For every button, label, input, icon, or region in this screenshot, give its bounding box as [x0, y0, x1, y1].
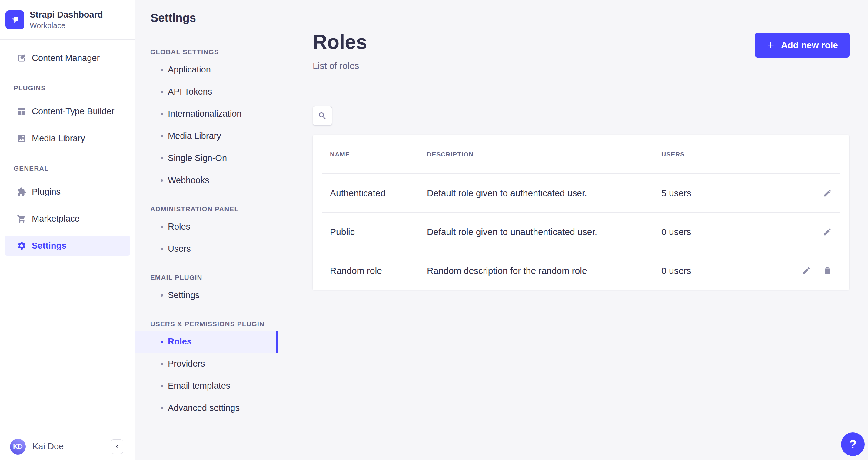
role-users-count: 0 users: [661, 266, 802, 276]
role-description: Default role given to authenticated user…: [427, 188, 661, 198]
sidebar-footer: KD Kai Doe: [0, 433, 135, 460]
settings-item-application[interactable]: Application: [135, 59, 278, 81]
collapse-sidebar-button[interactable]: [111, 439, 123, 454]
role-description: Default role given to unauthenticated us…: [427, 227, 661, 237]
page-title: Roles: [313, 30, 367, 53]
sidebar-item-label: Settings: [32, 241, 66, 251]
role-name: Authenticated: [330, 188, 427, 198]
bullet-icon: [161, 294, 163, 296]
sidebar-item-label: Media Library: [32, 134, 85, 143]
column-header-users: USERS: [661, 151, 832, 158]
sidebar-item-plugins[interactable]: Plugins: [4, 182, 130, 202]
column-header-name: NAME: [330, 151, 427, 158]
nav-section-general: GENERAL: [13, 165, 135, 173]
bullet-icon: [161, 385, 163, 387]
row-actions: [823, 227, 832, 236]
settings-item-label: Users: [168, 244, 191, 254]
question-mark-icon: ?: [849, 437, 857, 451]
search-button[interactable]: [313, 106, 332, 125]
edit-icon[interactable]: [823, 227, 832, 236]
table-row[interactable]: Public Default role given to unauthentic…: [322, 212, 840, 251]
settings-item-label: Internationalization: [168, 109, 242, 119]
table-row[interactable]: Authenticated Default role given to auth…: [322, 173, 840, 212]
layout-grid-icon: [17, 107, 26, 116]
settings-item-label: Advanced settings: [168, 403, 240, 413]
feather-pen-icon: [17, 53, 26, 63]
avatar[interactable]: KD: [10, 439, 26, 455]
sidebar-item-label: Content-Type Builder: [32, 107, 114, 116]
settings-item-label: Webhooks: [168, 175, 209, 185]
bullet-icon: [161, 113, 163, 115]
section-administration-panel: ADMINISTRATION PANEL: [150, 205, 278, 213]
settings-item-email-templates[interactable]: Email templates: [135, 375, 278, 397]
bullet-icon: [161, 248, 163, 250]
brand-text: Strapi Dashboard Workplace: [30, 9, 103, 30]
section-users-permissions-plugin: USERS & PERMISSIONS PLUGIN: [150, 320, 278, 328]
settings-nav-title: Settings: [151, 11, 278, 25]
roles-table-card: NAME DESCRIPTION USERS Authenticated Def…: [313, 135, 849, 290]
settings-item-admin-roles[interactable]: Roles: [135, 215, 278, 238]
table-row[interactable]: Random role Random description for the r…: [322, 251, 840, 290]
section-email-plugin: EMAIL PLUGIN: [150, 274, 278, 282]
delete-icon[interactable]: [823, 266, 832, 275]
sidebar-item-marketplace[interactable]: Marketplace: [4, 209, 130, 229]
row-actions: [823, 189, 832, 198]
section-global-settings: GLOBAL SETTINGS: [150, 48, 278, 56]
bullet-icon: [161, 68, 163, 71]
main-sidebar: Strapi Dashboard Workplace Content Manag…: [0, 0, 135, 460]
column-header-description: DESCRIPTION: [427, 151, 661, 158]
sidebar-item-settings[interactable]: Settings: [4, 236, 130, 256]
settings-item-webhooks[interactable]: Webhooks: [135, 169, 278, 191]
nav-section-plugins: PLUGINS: [13, 84, 135, 92]
chevron-left-icon: [114, 443, 120, 450]
sidebar-item-label: Content Manager: [32, 53, 100, 63]
sidebar-item-content-manager[interactable]: Content Manager: [4, 48, 130, 68]
settings-item-single-sign-on[interactable]: Single Sign-On: [135, 147, 278, 169]
settings-item-advanced-settings[interactable]: Advanced settings: [135, 397, 278, 419]
add-new-role-button[interactable]: Add new role: [755, 33, 849, 58]
edit-icon[interactable]: [823, 189, 832, 198]
settings-item-label: Media Library: [168, 131, 221, 141]
settings-item-email-settings[interactable]: Settings: [135, 284, 278, 306]
settings-item-providers[interactable]: Providers: [135, 353, 278, 375]
role-name: Public: [330, 227, 427, 237]
bullet-icon: [161, 91, 163, 93]
edit-icon[interactable]: [802, 266, 811, 275]
bullet-icon: [161, 407, 163, 409]
brand: Strapi Dashboard Workplace: [0, 0, 135, 40]
settings-item-admin-users[interactable]: Users: [135, 238, 278, 260]
settings-sidebar: Settings GLOBAL SETTINGS Application API…: [135, 0, 278, 460]
bullet-icon: [161, 157, 163, 160]
settings-item-label: Roles: [168, 337, 192, 347]
picture-icon: [17, 134, 26, 143]
plus-icon: [767, 41, 775, 50]
sidebar-item-content-type-builder[interactable]: Content-Type Builder: [4, 101, 130, 121]
sidebar-item-media-library[interactable]: Media Library: [4, 128, 130, 148]
sidebar-item-label: Marketplace: [32, 214, 80, 224]
settings-item-label: Settings: [168, 290, 200, 300]
settings-item-api-tokens[interactable]: API Tokens: [135, 81, 278, 103]
sidebar-item-label: Plugins: [32, 187, 61, 197]
role-users-count: 0 users: [661, 227, 823, 237]
strapi-logo-icon[interactable]: [5, 10, 24, 29]
settings-item-media-library[interactable]: Media Library: [135, 125, 278, 147]
role-name: Random role: [330, 266, 427, 276]
puzzle-icon: [17, 187, 26, 197]
gear-icon: [17, 241, 26, 251]
settings-item-internationalization[interactable]: Internationalization: [135, 103, 278, 125]
bullet-icon: [161, 135, 163, 137]
role-users-count: 5 users: [661, 188, 823, 198]
role-description: Random description for the random role: [427, 266, 661, 276]
help-button[interactable]: ?: [841, 432, 865, 456]
add-new-role-label: Add new role: [781, 40, 838, 50]
bullet-icon: [161, 341, 163, 343]
bullet-icon: [161, 363, 163, 365]
page-subtitle: List of roles: [313, 61, 359, 71]
brand-subtitle: Workplace: [30, 21, 103, 31]
settings-item-label: Email templates: [168, 381, 230, 391]
settings-item-up-roles[interactable]: Roles: [135, 330, 278, 353]
settings-item-label: Providers: [168, 359, 205, 369]
main-content: Roles List of roles Add new role NAME DE…: [278, 0, 868, 460]
search-icon: [318, 111, 327, 120]
settings-item-label: Single Sign-On: [168, 153, 227, 163]
